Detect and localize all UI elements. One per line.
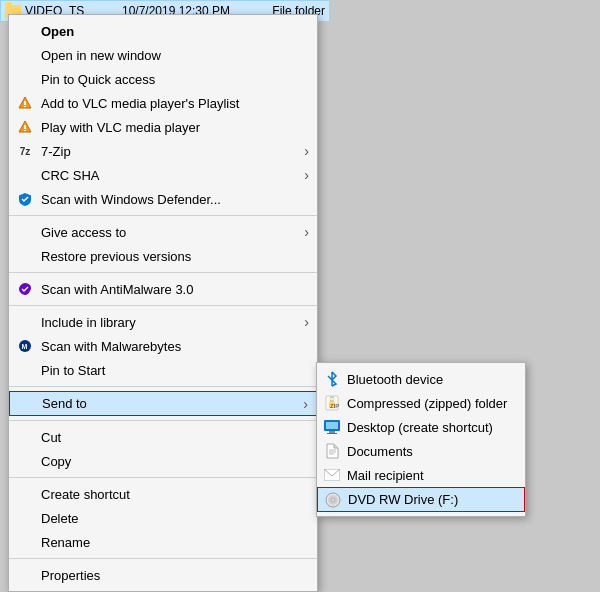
menu-item-include-library-label: Include in library: [41, 315, 136, 330]
separator-7: [9, 558, 317, 559]
vlc-icon-2: [17, 119, 33, 135]
submenu-item-mail[interactable]: Mail recipient: [317, 463, 525, 487]
svg-rect-4: [24, 125, 26, 129]
svg-rect-5: [24, 130, 26, 131]
menu-item-scan-defender-label: Scan with Windows Defender...: [41, 192, 221, 207]
menu-item-open-label: Open: [41, 24, 74, 39]
menu-item-play-vlc[interactable]: Play with VLC media player: [9, 115, 317, 139]
menu-item-pin-start-label: Pin to Start: [41, 363, 105, 378]
submenu-item-compressed-label: Compressed (zipped) folder: [347, 396, 507, 411]
separator-6: [9, 477, 317, 478]
menu-item-7zip-label: 7-Zip: [41, 144, 71, 159]
svg-rect-1: [24, 101, 26, 105]
menu-item-include-library[interactable]: Include in library: [9, 310, 317, 334]
separator-2: [9, 272, 317, 273]
pin-quick-access-label: Pin to Quick access: [41, 72, 155, 87]
desktop-icon: [323, 418, 341, 436]
menu-item-copy-label: Copy: [41, 454, 71, 469]
svg-rect-10: [330, 398, 334, 400]
menu-item-crc-sha-label: CRC SHA: [41, 168, 100, 183]
menu-item-scan-antimalware-label: Scan with AntiMalware 3.0: [41, 282, 193, 297]
svg-rect-17: [327, 433, 337, 434]
separator-5: [9, 420, 317, 421]
menu-item-scan-malwarebytes-label: Scan with Malwarebytes: [41, 339, 181, 354]
mail-icon: [323, 466, 341, 484]
submenu-item-dvd-label: DVD RW Drive (F:): [348, 492, 458, 507]
menu-item-give-access-label: Give access to: [41, 225, 126, 240]
menu-item-restore-versions[interactable]: Restore previous versions: [9, 244, 317, 268]
submenu-item-bluetooth[interactable]: Bluetooth device: [317, 367, 525, 391]
separator-3: [9, 305, 317, 306]
menu-item-send-to-label: Send to: [42, 396, 87, 411]
submenu-item-compressed[interactable]: ZIP Compressed (zipped) folder: [317, 391, 525, 415]
svg-rect-15: [326, 422, 338, 429]
submenu-item-desktop-label: Desktop (create shortcut): [347, 420, 493, 435]
vlc-icon-1: [17, 95, 33, 111]
menu-item-rename[interactable]: Rename: [9, 530, 317, 554]
svg-text:M: M: [22, 343, 28, 350]
menu-item-open-new-window[interactable]: Open in new window: [9, 43, 317, 67]
menu-item-add-vlc-playlist[interactable]: Add to VLC media player's Playlist: [9, 91, 317, 115]
menu-item-create-shortcut[interactable]: Create shortcut: [9, 482, 317, 506]
menu-item-scan-defender[interactable]: Scan with Windows Defender...: [9, 187, 317, 211]
antimalware-icon: [17, 281, 33, 297]
menu-item-pin-quick-access[interactable]: Pin to Quick access: [9, 67, 317, 91]
zip7-icon: 7z: [17, 143, 33, 159]
menu-item-open[interactable]: Open: [9, 19, 317, 43]
documents-icon: [323, 442, 341, 460]
menu-item-cut[interactable]: Cut: [9, 425, 317, 449]
menu-item-restore-versions-label: Restore previous versions: [41, 249, 191, 264]
svg-rect-16: [329, 431, 335, 433]
menu-item-play-vlc-label: Play with VLC media player: [41, 120, 200, 135]
submenu-item-bluetooth-label: Bluetooth device: [347, 372, 443, 387]
submenu-item-documents-label: Documents: [347, 444, 413, 459]
submenu-item-documents[interactable]: Documents: [317, 439, 525, 463]
svg-text:ZIP: ZIP: [330, 403, 339, 409]
submenu-item-desktop[interactable]: Desktop (create shortcut): [317, 415, 525, 439]
menu-item-create-shortcut-label: Create shortcut: [41, 487, 130, 502]
menu-item-delete[interactable]: Delete: [9, 506, 317, 530]
bluetooth-icon: [323, 370, 341, 388]
menu-item-properties-label: Properties: [41, 568, 100, 583]
zip-icon: ZIP: [323, 394, 341, 412]
menu-item-delete-label: Delete: [41, 511, 79, 526]
menu-item-crc-sha[interactable]: CRC SHA: [9, 163, 317, 187]
menu-item-cut-label: Cut: [41, 430, 61, 445]
separator-1: [9, 215, 317, 216]
menu-item-scan-malwarebytes[interactable]: M Scan with Malwarebytes: [9, 334, 317, 358]
svg-rect-9: [330, 396, 334, 398]
menu-item-pin-start[interactable]: Pin to Start: [9, 358, 317, 382]
svg-rect-2: [24, 106, 26, 107]
submenu-item-dvd[interactable]: DVD RW Drive (F:): [317, 487, 525, 512]
menu-item-copy[interactable]: Copy: [9, 449, 317, 473]
separator-4: [9, 386, 317, 387]
context-menu: Open Open in new window Pin to Quick acc…: [8, 14, 318, 592]
menu-item-7zip[interactable]: 7z 7-Zip: [9, 139, 317, 163]
menu-item-send-to[interactable]: Send to: [9, 391, 317, 416]
send-to-submenu: Bluetooth device ZIP Compressed (zipped)…: [316, 362, 526, 517]
menu-item-properties[interactable]: Properties: [9, 563, 317, 587]
svg-point-25: [332, 499, 334, 501]
malwarebytes-icon: M: [17, 338, 33, 354]
menu-item-scan-antimalware[interactable]: Scan with AntiMalware 3.0: [9, 277, 317, 301]
submenu-item-mail-label: Mail recipient: [347, 468, 424, 483]
menu-item-give-access[interactable]: Give access to: [9, 220, 317, 244]
menu-item-rename-label: Rename: [41, 535, 90, 550]
defender-icon: [17, 191, 33, 207]
menu-item-open-new-window-label: Open in new window: [41, 48, 161, 63]
menu-item-add-vlc-playlist-label: Add to VLC media player's Playlist: [41, 96, 239, 111]
svg-rect-11: [330, 400, 334, 402]
dvd-icon: [324, 491, 342, 509]
